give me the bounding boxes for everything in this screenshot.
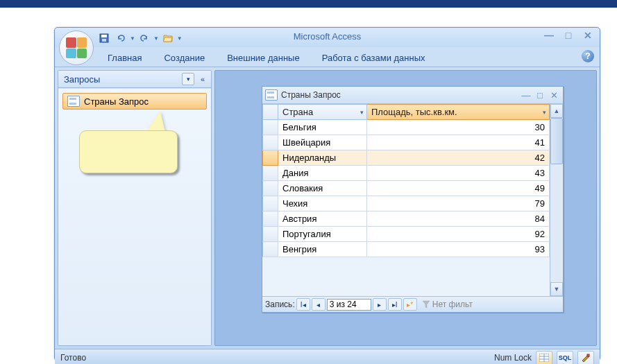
cell-country[interactable]: Чехия: [278, 196, 367, 211]
cell-area[interactable]: 92: [367, 227, 550, 242]
chevron-down-icon[interactable]: ▾: [360, 109, 364, 116]
svg-rect-7: [587, 354, 589, 356]
help-icon[interactable]: ?: [582, 50, 594, 62]
cell-area[interactable]: 49: [367, 181, 550, 196]
cell-country[interactable]: Словакия: [278, 181, 367, 196]
mdi-client-area: Страны Запрос — □ ✕: [214, 70, 597, 346]
child-window-title: Страны Запрос: [281, 90, 341, 100]
column-header-area[interactable]: Площадь, тыс.кв.км. ▾: [367, 105, 550, 120]
scroll-down-icon[interactable]: ▼: [550, 282, 563, 296]
next-record-icon[interactable]: ▸: [373, 298, 387, 311]
svg-rect-1: [101, 35, 107, 37]
open-folder-icon[interactable]: [160, 31, 176, 46]
child-minimize-icon[interactable]: —: [520, 89, 532, 101]
sql-view-icon[interactable]: SQL: [557, 351, 573, 364]
prev-record-icon[interactable]: ◂: [312, 298, 326, 311]
cell-area[interactable]: 30: [367, 120, 550, 135]
navigation-pane: Запросы ▾ « Страны Запрос: [58, 70, 212, 346]
nav-pane-header[interactable]: Запросы ▾ «: [58, 71, 211, 88]
vertical-scrollbar[interactable]: ▲ ▼: [550, 104, 563, 296]
select-all-cell[interactable]: [263, 105, 278, 120]
cell-area[interactable]: 42: [367, 150, 550, 166]
undo-icon[interactable]: [113, 31, 128, 46]
minimize-icon[interactable]: —: [541, 29, 557, 42]
scroll-track[interactable]: [550, 118, 563, 282]
tab-external-data[interactable]: Внешние данные: [217, 50, 310, 67]
cell-area[interactable]: 84: [367, 211, 550, 227]
titlebar: ▼ ▼ ▼ Microsoft Access — □ ✕: [55, 28, 600, 47]
row-selector[interactable]: [263, 120, 278, 135]
table-row[interactable]: Венгрия93: [263, 242, 550, 257]
status-text: Готово: [60, 353, 86, 363]
last-record-icon[interactable]: ▸І: [388, 298, 402, 311]
cell-country[interactable]: Швейцария: [278, 135, 367, 150]
query-icon: [265, 89, 278, 101]
datasheet-view-icon[interactable]: [536, 351, 552, 364]
callout-box: [79, 130, 178, 173]
table-row[interactable]: Нидерланды42: [263, 150, 550, 166]
cell-country[interactable]: Австрия: [278, 211, 367, 227]
status-bar: Готово Num Lock SQL: [55, 349, 600, 364]
row-selector[interactable]: [263, 135, 278, 150]
table-row[interactable]: Чехия79: [263, 196, 550, 211]
table-row[interactable]: Дания43: [263, 166, 550, 181]
cell-country[interactable]: Португалия: [278, 227, 367, 242]
table-row[interactable]: Португалия92: [263, 227, 550, 242]
tab-home[interactable]: Главная: [98, 50, 151, 67]
cell-country[interactable]: Венгрия: [278, 242, 367, 257]
datasheet-table[interactable]: Страна ▾ Площадь, тыс.кв.км. ▾ Бельги: [262, 104, 550, 257]
tab-create[interactable]: Создание: [154, 50, 214, 67]
nav-dropdown-icon[interactable]: ▾: [182, 73, 194, 85]
row-selector[interactable]: [263, 166, 278, 181]
svg-rect-2: [102, 39, 106, 42]
child-titlebar: Страны Запрос — □ ✕: [262, 87, 563, 104]
record-label: Запись:: [265, 300, 295, 309]
scroll-thumb[interactable]: [550, 118, 563, 164]
nav-item-label: Страны Запрос: [84, 96, 149, 107]
redo-icon[interactable]: [137, 31, 152, 46]
save-icon[interactable]: [96, 31, 112, 46]
datasheet-window: Страны Запрос — □ ✕: [262, 86, 564, 313]
ribbon-tabs: Главная Создание Внешние данные Работа с…: [55, 47, 600, 67]
nav-pane-title: Запросы: [64, 74, 100, 85]
nav-item-query[interactable]: Страны Запрос: [62, 93, 207, 110]
app-window: ▼ ▼ ▼ Microsoft Access — □ ✕ Главная Соз…: [54, 27, 600, 361]
child-maximize-icon[interactable]: □: [534, 89, 546, 101]
new-record-icon[interactable]: ▸*: [403, 298, 417, 311]
table-row[interactable]: Бельгия30: [263, 120, 550, 135]
cell-area[interactable]: 79: [367, 196, 550, 211]
office-button[interactable]: [59, 31, 94, 65]
cell-area[interactable]: 93: [367, 242, 550, 257]
row-selector[interactable]: [263, 196, 278, 211]
filter-status: Нет фильт: [432, 300, 473, 309]
tab-database-tools[interactable]: Работа с базами данных: [312, 50, 435, 67]
close-icon[interactable]: ✕: [580, 29, 595, 42]
column-header-country[interactable]: Страна ▾: [278, 105, 367, 120]
table-row[interactable]: Словакия49: [263, 181, 550, 196]
child-close-icon[interactable]: ✕: [548, 89, 560, 101]
numlock-indicator: Num Lock: [494, 353, 532, 363]
maximize-icon[interactable]: □: [561, 29, 576, 42]
table-row[interactable]: Швейцария41: [263, 135, 550, 150]
row-selector[interactable]: [263, 150, 278, 166]
row-selector[interactable]: [263, 242, 278, 257]
cell-country[interactable]: Нидерланды: [278, 150, 367, 166]
design-view-icon[interactable]: [577, 351, 594, 364]
row-selector[interactable]: [263, 181, 278, 196]
first-record-icon[interactable]: І◂: [296, 298, 310, 311]
query-icon: [67, 96, 80, 107]
row-selector[interactable]: [263, 227, 278, 242]
filter-icon: [421, 300, 431, 309]
cell-country[interactable]: Дания: [278, 166, 367, 181]
cell-area[interactable]: 43: [367, 166, 550, 181]
record-navigation-bar: Запись: І◂ ◂ ▸ ▸І ▸* Нет фильт: [262, 296, 563, 312]
nav-collapse-icon[interactable]: «: [197, 73, 208, 85]
table-row[interactable]: Австрия84: [263, 211, 550, 227]
chevron-down-icon[interactable]: ▾: [543, 109, 546, 116]
row-selector[interactable]: [263, 211, 278, 227]
record-position-input[interactable]: [327, 299, 371, 311]
cell-country[interactable]: Бельгия: [278, 120, 367, 135]
quick-access-toolbar: ▼ ▼ ▼: [96, 31, 183, 46]
scroll-up-icon[interactable]: ▲: [550, 104, 563, 118]
cell-area[interactable]: 41: [367, 135, 550, 150]
